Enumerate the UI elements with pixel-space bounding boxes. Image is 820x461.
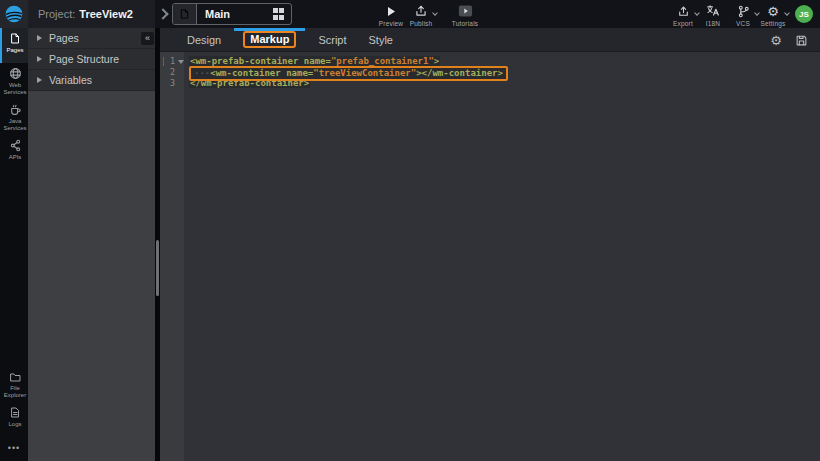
accordion-caret-icon xyxy=(37,56,42,62)
tab-label: Style xyxy=(369,34,393,46)
markup-settings-gear-icon[interactable]: ⚙ xyxy=(770,34,782,47)
gear-icon: ⚙ xyxy=(767,4,779,18)
export-icon xyxy=(677,4,690,18)
sidebar-item-label: Java Services xyxy=(2,118,28,132)
publish-label: Publish xyxy=(410,20,433,27)
tab-style[interactable]: Style xyxy=(358,28,404,52)
log-file-icon xyxy=(9,406,21,419)
gutter-line-2[interactable]: 2 xyxy=(160,67,184,78)
sidebar-item-file-explorer[interactable]: File Explorer xyxy=(0,366,28,402)
sidebar-more-button[interactable]: ••• xyxy=(0,437,28,461)
preview-button[interactable]: Preview xyxy=(376,0,406,27)
tab-label: Design xyxy=(187,34,221,46)
sidebar-item-label: File Explorer xyxy=(2,385,28,399)
sidebar-item-apis[interactable]: APIs xyxy=(0,135,28,170)
sidebar-item-logs[interactable]: Logs xyxy=(0,402,28,437)
highlight-box: ···<wm-container name="treeViewContainer… xyxy=(189,66,508,81)
vcs-label: VCS xyxy=(736,20,750,27)
sidebar-spacer xyxy=(0,170,28,366)
sidebar-item-pages[interactable]: Pages xyxy=(0,28,28,63)
project-name: TreeView2 xyxy=(79,8,133,20)
pages-panel: Pages « Page Structure Variables xyxy=(28,28,155,461)
user-avatar[interactable]: JS xyxy=(795,5,813,23)
accordion-caret-icon xyxy=(37,77,42,83)
publish-upload-icon xyxy=(414,4,428,18)
topbar-center-actions: Preview Publish Tutorials xyxy=(376,0,480,28)
accordion-variables[interactable]: Variables xyxy=(28,70,155,91)
token-string: "prefab_container1" xyxy=(331,56,434,66)
settings-label: Settings xyxy=(760,20,785,27)
page-tab-label: Main xyxy=(197,8,273,20)
publish-button[interactable]: Publish xyxy=(406,0,436,27)
preview-label: Preview xyxy=(379,20,404,27)
project-breadcrumb[interactable]: Project: TreeView2 xyxy=(28,0,155,28)
editor-toolbar-icons: ⚙ xyxy=(770,28,808,52)
panel-scrollbar-thumb[interactable] xyxy=(156,240,159,296)
editor-area: Design Markup Script Style ⚙ xyxy=(160,28,820,461)
token-tag-open: <wm-prefab-container xyxy=(190,56,298,66)
token-tag-close: </wm-container> xyxy=(422,68,503,78)
accordion-page-structure[interactable]: Page Structure xyxy=(28,49,155,70)
token-attr: name= xyxy=(281,68,314,78)
globe-icon xyxy=(9,67,22,80)
sidebar-item-java-services[interactable]: Java Services xyxy=(0,99,28,135)
topbar: Project: TreeView2 Main Preview xyxy=(0,0,820,28)
accordion-label: Variables xyxy=(49,74,92,86)
token-tag-end: > xyxy=(434,56,439,66)
markup-code-editor[interactable]: 1 2 3 <wm-prefab-container name="prefab_… xyxy=(160,52,820,461)
page-tab-main[interactable]: Main xyxy=(172,3,292,25)
line-number: 2 xyxy=(170,67,175,77)
tab-label: Markup xyxy=(243,31,296,48)
project-label: Project: xyxy=(38,8,75,20)
panel-collapse-button[interactable]: « xyxy=(141,32,154,45)
editor-gutter: 1 2 3 xyxy=(160,52,184,461)
export-label: Export xyxy=(673,20,693,27)
export-button[interactable]: Export xyxy=(668,0,698,27)
i18n-button[interactable]: I18N xyxy=(698,0,728,27)
page-file-segment[interactable] xyxy=(173,4,197,24)
vcs-button[interactable]: VCS xyxy=(728,0,758,27)
editor-tabbar: Design Markup Script Style ⚙ xyxy=(160,28,820,52)
i18n-label: I18N xyxy=(706,20,721,27)
pages-switcher-icon[interactable] xyxy=(273,8,285,20)
pages-icon xyxy=(9,32,21,45)
tab-design[interactable]: Design xyxy=(176,28,232,52)
tutorials-label: Tutorials xyxy=(452,20,478,27)
gutter-line-3[interactable]: 3 xyxy=(160,78,184,89)
tab-script[interactable]: Script xyxy=(307,28,357,52)
sidebar-item-label: APIs xyxy=(9,154,22,161)
gutter-marker xyxy=(163,57,164,66)
chevron-right-icon xyxy=(157,8,168,19)
wavemaker-studio-window: Project: TreeView2 Main Preview xyxy=(0,0,820,461)
sidebar-item-web-services[interactable]: Web Services xyxy=(0,63,28,99)
code-line-2-highlighted[interactable]: ···<wm-container name="treeViewContainer… xyxy=(189,67,820,78)
page-file-icon xyxy=(179,8,190,20)
accordion-pages[interactable]: Pages « xyxy=(28,28,155,49)
left-icon-sidebar: Pages Web Services Java Services APIs F xyxy=(0,28,28,461)
accordion-caret-icon xyxy=(37,35,42,41)
publish-caret-icon xyxy=(432,10,438,16)
code-lines[interactable]: <wm-prefab-container name="prefab_contai… xyxy=(184,52,820,461)
token-tag-open: <wm-container xyxy=(210,68,280,78)
folder-icon xyxy=(9,370,22,383)
translate-icon xyxy=(706,4,720,18)
sidebar-item-label: Pages xyxy=(6,47,23,54)
gutter-line-1[interactable]: 1 xyxy=(160,56,184,67)
branch-icon xyxy=(737,4,750,18)
settings-caret-icon xyxy=(784,10,790,16)
token-indent: ··· xyxy=(194,68,210,78)
sidebar-item-label: Web Services xyxy=(2,82,28,96)
coffee-icon xyxy=(9,103,22,116)
app-logo[interactable] xyxy=(0,0,28,28)
tutorials-button[interactable]: Tutorials xyxy=(450,0,480,27)
settings-button[interactable]: ⚙ Settings xyxy=(758,0,788,27)
tab-markup[interactable]: Markup xyxy=(232,28,307,52)
panel-scrollbar[interactable] xyxy=(155,28,160,461)
save-icon[interactable] xyxy=(795,34,808,47)
line-number: 3 xyxy=(170,78,175,88)
api-nodes-icon xyxy=(9,139,22,152)
wavemaker-logo-icon xyxy=(4,4,24,24)
tutorials-video-icon xyxy=(458,4,473,18)
fold-arrow-icon[interactable] xyxy=(178,60,184,64)
sidebar-item-label: Logs xyxy=(8,421,21,428)
